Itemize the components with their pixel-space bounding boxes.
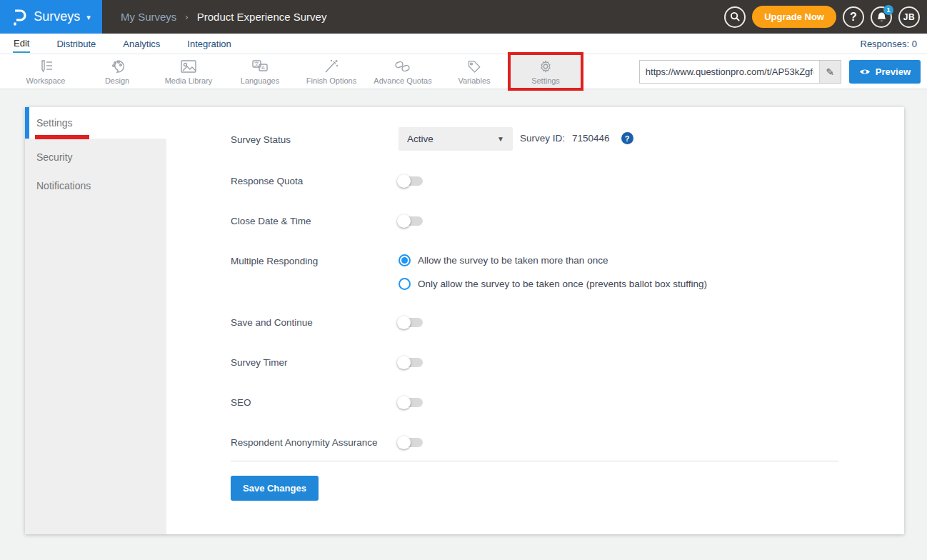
questionpro-logo-icon <box>11 8 27 26</box>
response-quota-label: Response Quota <box>231 174 399 186</box>
survey-status-value: Active <box>407 134 434 144</box>
sidebar-item-security[interactable]: Security <box>25 143 166 171</box>
toolbar-advance-quotas[interactable]: Advance Quotas <box>367 54 439 89</box>
question-mark-icon: ? <box>850 11 857 24</box>
form-divider <box>231 461 838 461</box>
radio-allow-multiple-label: Allow the survey to be taken more than o… <box>418 255 608 266</box>
svg-text:文: 文 <box>254 61 259 67</box>
respondent-anonymity-row: Respondent Anonymity Assurance <box>231 436 904 448</box>
chevron-down-icon: ▼ <box>497 135 504 143</box>
languages-icon: 文 A <box>251 59 269 74</box>
preview-button[interactable]: Preview <box>849 60 921 84</box>
multiple-responding-label: Multiple Responding <box>231 254 399 266</box>
toolbar-workspace-label: Workspace <box>26 76 66 85</box>
toggle-knob <box>397 174 411 188</box>
tab-edit[interactable]: Edit <box>13 34 30 53</box>
survey-url-box: ✎ <box>639 60 841 84</box>
tab-analytics[interactable]: Analytics <box>122 35 161 52</box>
survey-timer-row: Survey Timer <box>231 356 904 368</box>
toolbar-finish-options[interactable]: Finish Options <box>296 54 367 89</box>
toolbar-settings[interactable]: Settings <box>510 54 581 89</box>
sidebar-item-notifications[interactable]: Notifications <box>25 171 166 200</box>
toolbar-advance-quotas-label: Advance Quotas <box>374 76 431 85</box>
seo-toggle[interactable] <box>399 398 423 407</box>
toolbar-design-label: Design <box>105 76 129 85</box>
survey-status-select[interactable]: Active ▼ <box>399 127 513 151</box>
survey-timer-toggle[interactable] <box>399 358 423 367</box>
toggle-knob <box>397 356 411 369</box>
respondent-anonymity-label: Respondent Anonymity Assurance <box>231 436 399 448</box>
user-avatar[interactable]: JB <box>898 6 920 28</box>
variables-icon <box>466 59 483 74</box>
radio-only-once[interactable]: Only allow the survey to be taken once (… <box>399 278 707 290</box>
radio-allow-multiple[interactable]: Allow the survey to be taken more than o… <box>399 254 707 266</box>
tab-distribute[interactable]: Distribute <box>56 35 96 52</box>
close-date-time-label: Close Date & Time <box>231 214 399 226</box>
finish-options-icon <box>323 59 340 74</box>
toolbar-media-library-label: Media Library <box>165 76 213 85</box>
multiple-responding-options: Allow the survey to be taken more than o… <box>399 254 707 290</box>
upgrade-now-button[interactable]: Upgrade Now <box>752 6 836 28</box>
settings-sidebar: Settings Security Notifications <box>25 107 166 534</box>
sidebar-item-settings[interactable]: Settings <box>25 107 166 139</box>
toolbar-finish-options-label: Finish Options <box>306 76 356 85</box>
toolbar-languages-label: Languages <box>241 76 279 85</box>
edit-url-button[interactable]: ✎ <box>819 61 841 83</box>
breadcrumb-survey-title: Product Experience Survey <box>197 11 327 23</box>
seo-label: SEO <box>231 396 399 408</box>
pencil-icon: ✎ <box>826 66 834 78</box>
save-changes-button[interactable]: Save Changes <box>231 476 319 501</box>
survey-timer-label: Survey Timer <box>231 356 399 368</box>
settings-form: Survey Status Active ▼ Survey ID: 715044… <box>166 107 904 534</box>
settings-gear-icon <box>537 59 554 74</box>
notifications-button[interactable]: 1 <box>871 6 892 28</box>
media-library-icon <box>179 59 198 74</box>
svg-text:A: A <box>261 65 265 71</box>
seo-row: SEO <box>231 396 904 408</box>
toolbar-design[interactable]: Design <box>81 54 153 89</box>
close-date-time-row: Close Date & Time <box>231 214 904 226</box>
save-and-continue-row: Save and Continue <box>231 316 904 328</box>
breadcrumb-separator-icon: › <box>185 11 188 22</box>
survey-url-input[interactable] <box>640 61 819 83</box>
response-quota-toggle[interactable] <box>399 176 423 186</box>
chevron-down-icon: ▾ <box>86 13 91 22</box>
eye-icon <box>859 68 871 76</box>
help-button[interactable]: ? <box>843 6 864 28</box>
toggle-knob <box>397 436 411 449</box>
survey-id-label: Survey ID: <box>520 133 565 144</box>
edit-toolbar: Workspace Design Media Library 文 A Langu… <box>0 54 927 89</box>
design-icon <box>109 59 126 74</box>
sidebar-group: Security Notifications <box>25 139 166 534</box>
multiple-responding-row: Multiple Responding Allow the survey to … <box>231 254 904 290</box>
workspace-icon <box>37 59 54 74</box>
product-switcher[interactable]: Surveys ▾ <box>0 0 102 34</box>
survey-id-group: Survey ID: 7150446 ? <box>520 132 633 144</box>
breadcrumb: My Surveys › Product Experience Survey <box>121 11 326 23</box>
radio-selected-icon <box>399 254 411 266</box>
toolbar-settings-label: Settings <box>531 76 560 85</box>
breadcrumb-my-surveys[interactable]: My Surveys <box>121 11 176 23</box>
notification-badge: 1 <box>883 5 893 15</box>
sidebar-item-settings-label: Settings <box>36 117 73 129</box>
product-name: Surveys <box>34 9 80 24</box>
radio-only-once-label: Only allow the survey to be taken once (… <box>418 279 707 289</box>
tab-integration[interactable]: Integration <box>186 35 231 52</box>
toggle-knob <box>397 214 411 228</box>
toolbar-languages[interactable]: 文 A Languages <box>224 54 296 89</box>
respondent-anonymity-toggle[interactable] <box>399 438 423 447</box>
annotation-red-underline <box>35 135 89 139</box>
save-and-continue-toggle[interactable] <box>399 318 423 327</box>
survey-status-row: Survey Status Active ▼ Survey ID: 715044… <box>231 133 904 151</box>
toolbar-media-library[interactable]: Media Library <box>153 54 224 89</box>
survey-id-help-icon[interactable]: ? <box>621 132 633 144</box>
toolbar-workspace[interactable]: Workspace <box>10 54 81 89</box>
search-button[interactable] <box>724 6 746 28</box>
close-date-time-toggle[interactable] <box>399 216 423 226</box>
save-and-continue-label: Save and Continue <box>231 316 399 328</box>
module-nav: Edit Distribute Analytics Integration Re… <box>0 34 927 54</box>
toolbar-variables[interactable]: Variables <box>439 54 510 89</box>
survey-status-label: Survey Status <box>231 133 399 145</box>
responses-count: Responses: 0 <box>861 39 918 49</box>
toggle-knob <box>397 396 411 409</box>
